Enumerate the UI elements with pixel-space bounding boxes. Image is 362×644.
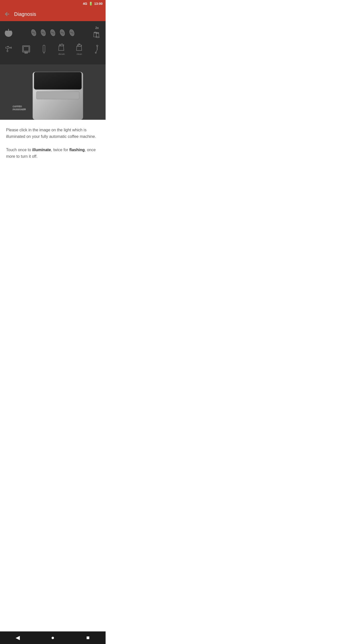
clean-button[interactable]: clean (75, 43, 84, 55)
page-title: Diagnosis (14, 11, 36, 17)
svg-point-29 (63, 45, 64, 45)
filter-button[interactable] (39, 45, 49, 54)
svg-rect-17 (11, 47, 12, 49)
instructions-area: Please click in the image on the light w… (0, 120, 106, 167)
coffee-beans-row (29, 28, 76, 37)
bean-4-icon[interactable] (58, 28, 67, 37)
svg-rect-24 (43, 45, 45, 53)
svg-text:PASSIONE®: PASSIONE® (13, 108, 26, 111)
illuminate-word: illuminate (32, 148, 51, 152)
instruction-paragraph-2: Touch once to illuminate, twice for flas… (6, 147, 100, 159)
back-button[interactable] (4, 11, 10, 17)
svg-rect-35 (97, 45, 98, 46)
tray-button[interactable] (22, 45, 31, 54)
faucet-button[interactable] (4, 45, 13, 54)
control-row-top: 2x (4, 26, 102, 39)
control-panel: 2x (0, 21, 106, 64)
steam-button[interactable] (93, 45, 102, 54)
app-bar: Diagnosis (0, 7, 106, 21)
double-cup-button[interactable]: 2x (93, 26, 102, 39)
svg-point-32 (79, 44, 80, 45)
double-cup-label: 2x (95, 26, 99, 30)
decalc-label: decalc (58, 53, 65, 55)
svg-point-33 (81, 45, 82, 46)
machine-image[interactable]: CAFFEO PASSIONE® (0, 64, 106, 120)
svg-point-28 (62, 44, 63, 45)
svg-rect-14 (6, 47, 9, 49)
status-bar: 4G 🔋 13:00 (0, 0, 106, 7)
power-button[interactable] (4, 28, 13, 37)
svg-point-13 (96, 37, 99, 38)
bean-2-icon[interactable] (39, 28, 48, 37)
svg-point-31 (77, 45, 78, 46)
svg-rect-21 (24, 47, 29, 51)
svg-rect-23 (25, 53, 28, 54)
svg-rect-40 (34, 72, 82, 90)
bean-5-icon[interactable] (67, 28, 76, 37)
svg-text:CAFFEO: CAFFEO (13, 105, 22, 108)
control-row-bottom: decalc clean (4, 43, 102, 55)
battery-icon: 🔋 (89, 2, 93, 6)
status-icons: 4G 🔋 13:00 (83, 2, 103, 6)
bean-1-icon[interactable] (29, 28, 38, 37)
svg-point-34 (78, 44, 79, 45)
instruction-text-middle: , twice for (51, 148, 69, 152)
svg-rect-15 (8, 46, 9, 47)
svg-point-38 (95, 52, 96, 53)
flashing-word: flashing (69, 148, 85, 152)
instruction-paragraph-1: Please click in the image on the light w… (6, 127, 100, 140)
svg-point-19 (7, 50, 8, 52)
svg-rect-41 (36, 92, 79, 99)
svg-line-37 (96, 50, 97, 52)
time-display: 13:00 (94, 2, 103, 6)
signal-icon: 4G (83, 2, 87, 6)
instruction-text-before: Touch once to (6, 148, 32, 152)
svg-point-27 (60, 44, 61, 46)
decalc-button[interactable]: decalc (57, 43, 66, 55)
bean-3-icon[interactable] (48, 28, 57, 37)
clean-label: clean (77, 53, 82, 55)
